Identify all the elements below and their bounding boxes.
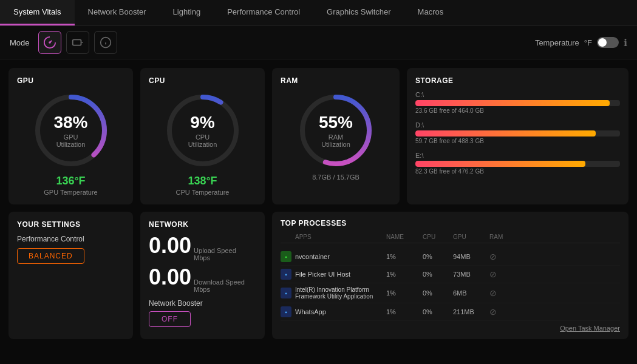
col-ram: RAM (489, 234, 526, 240)
proc-cpu-1: 1% (386, 271, 423, 278)
cpu-gauge-container: 9% CPU Utilization 138°F CPU Temperature (149, 91, 256, 196)
upload-row: 0.00 Upload Speed Mbps (149, 235, 256, 261)
upload-label: Upload Speed Mbps (194, 247, 236, 261)
col-name: NAME (386, 234, 423, 240)
your-settings-title: YOUR SETTINGS (17, 220, 124, 229)
proc-ram-0: 94MB (453, 253, 489, 260)
tab-graphics-switcher[interactable]: Graphics Switcher (313, 0, 404, 25)
col-cpu: CPU (423, 234, 453, 240)
tab-lighting[interactable]: Lighting (160, 0, 214, 25)
gpu-card: GPU 38% GPU Utilization (9, 68, 133, 204)
storage-bar-bg-c (415, 100, 620, 106)
gpu-title: GPU (17, 76, 124, 85)
storage-info-e: 82.3 GB free of 476.2 GB (415, 168, 620, 175)
network-title: NETWORK (149, 220, 256, 229)
storage-bar-bg-d (415, 130, 620, 136)
cpu-title: CPU (149, 76, 256, 85)
gpu-temp-label: GPU Temperature (44, 189, 97, 196)
storage-drive-e: E:\ (415, 152, 620, 159)
ram-percent-text: 55% RAM Utilization (316, 113, 356, 148)
storage-bar-e (415, 161, 585, 167)
ram-percent: 55% (316, 113, 356, 132)
storage-item-d: D:\ 59.7 GB free of 488.3 GB (415, 121, 620, 144)
mode-icon-settings[interactable] (38, 31, 61, 54)
proc-icon-3: ▪ (281, 306, 291, 317)
proc-action-0[interactable]: ⊘ (489, 252, 526, 261)
download-speed: 0.00 (149, 266, 191, 288)
top-processes-card: TOP PROCESSES APPS NAME CPU GPU RAM ▪ nv… (272, 212, 628, 339)
nav-bar: System Vitals Network Booster Lighting P… (0, 0, 637, 26)
temperature-unit: °F (584, 38, 592, 47)
proc-icon-0: ▪ (281, 251, 291, 262)
storage-item-e: E:\ 82.3 GB free of 476.2 GB (415, 152, 620, 175)
proc-action-2[interactable]: ⊘ (489, 288, 526, 298)
bottom-row: YOUR SETTINGS Performance Control BALANC… (9, 212, 628, 339)
storage-card: STORAGE C:\ 23.6 GB free of 464.0 GB D:\… (407, 68, 628, 204)
col-icon (281, 234, 295, 240)
mode-bar: Mode Temperature °F ℹ (0, 26, 637, 59)
download-row: 0.00 Download Speed Mbps (149, 266, 256, 293)
gpu-percent-text: 38% GPU Utilization (51, 113, 90, 148)
cpu-gauge: 9% CPU Utilization (163, 91, 242, 170)
temperature-toggle[interactable] (597, 37, 619, 48)
proc-action-1[interactable]: ⊘ (489, 269, 526, 279)
ram-card: RAM 55% RAM Utilization (272, 68, 400, 204)
gpu-gauge: 38% GPU Utilization (32, 91, 111, 170)
storage-item-c: C:\ 23.6 GB free of 464.0 GB (415, 91, 620, 114)
network-booster-label: Network Booster (149, 299, 256, 308)
tab-network-booster[interactable]: Network Booster (75, 0, 160, 25)
col-apps: APPS (295, 234, 386, 240)
gpu-gauge-container: 38% GPU Utilization 136°F GPU Temperatur… (17, 91, 124, 196)
download-label-line2: Mbps (194, 286, 245, 293)
storage-bar-d (415, 130, 596, 136)
proc-gpu-0: 0% (423, 253, 453, 260)
cpu-util-label: CPU Utilization (183, 133, 222, 148)
proc-row-3: ▪ WhatsApp 1% 0% 211MB ⊘ (281, 303, 620, 321)
col-gpu: GPU (453, 234, 489, 240)
proc-name-3: WhatsApp (295, 308, 386, 315)
network-booster-button[interactable]: OFF (149, 311, 191, 327)
gpu-util-label: GPU Utilization (51, 133, 90, 148)
proc-row-1: ▪ File Picker UI Host 1% 0% 73MB ⊘ (281, 266, 620, 283)
download-label-line1: Download Speed (194, 278, 245, 286)
cpu-card: CPU 9% CPU Utilization (140, 68, 265, 204)
proc-name-0: nvcontainer (295, 253, 386, 260)
tab-macros[interactable]: Macros (404, 0, 457, 25)
balanced-button[interactable]: BALANCED (17, 248, 84, 264)
proc-name-1: File Picker UI Host (295, 271, 386, 278)
temp-right: Temperature °F ℹ (535, 37, 627, 49)
upload-label-line2: Mbps (194, 254, 236, 261)
mode-icon-battery[interactable] (66, 31, 89, 54)
mode-label: Mode (10, 38, 30, 47)
gpu-temp: 136°F (56, 175, 85, 187)
download-label: Download Speed Mbps (194, 278, 245, 293)
ram-usage: 8.7GB / 15.7GB (312, 174, 359, 181)
mode-left: Mode (10, 31, 117, 54)
storage-info-c: 23.6 GB free of 464.0 GB (415, 107, 620, 114)
storage-info-d: 59.7 GB free of 488.3 GB (415, 138, 620, 144)
proc-icon-1: ▪ (281, 269, 291, 280)
temperature-info-icon: ℹ (624, 37, 627, 49)
mode-icon-info[interactable] (94, 31, 117, 54)
ram-gauge: 55% RAM Utilization (296, 91, 375, 170)
proc-cpu-0: 1% (386, 253, 423, 260)
ram-title: RAM (281, 76, 391, 85)
perf-label: Performance Control (17, 235, 124, 243)
proc-icon-2: ▪ (281, 288, 291, 298)
temperature-label: Temperature (535, 38, 579, 47)
proc-name-2: Intel(R) Innovation Platform Framework U… (295, 286, 386, 300)
open-task-manager[interactable]: Open Task Manager (281, 325, 620, 332)
storage-bar-bg-e (415, 161, 620, 167)
storage-bar-c (415, 100, 610, 106)
proc-action-3[interactable]: ⊘ (489, 307, 526, 317)
proc-cpu-2: 1% (386, 289, 423, 297)
tab-performance-control[interactable]: Performance Control (214, 0, 313, 25)
gpu-percent: 38% (51, 113, 90, 132)
proc-header: APPS NAME CPU GPU RAM (281, 234, 620, 243)
proc-gpu-3: 0% (423, 308, 453, 315)
storage-drive-c: C:\ (415, 91, 620, 98)
tab-system-vitals[interactable]: System Vitals (0, 0, 75, 25)
upload-speed: 0.00 (149, 235, 191, 257)
cpu-temp: 138°F (188, 175, 217, 187)
your-settings-card: YOUR SETTINGS Performance Control BALANC… (9, 212, 133, 339)
